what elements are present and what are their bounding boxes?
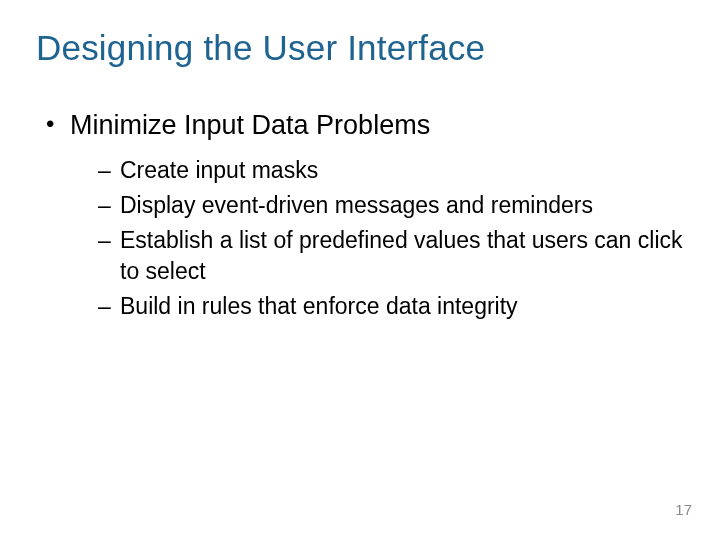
slide-title: Designing the User Interface <box>36 28 684 68</box>
bullet-text: Display event-driven messages and remind… <box>120 192 593 218</box>
slide: Designing the User Interface Minimize In… <box>0 0 720 540</box>
page-number: 17 <box>675 501 692 518</box>
bullet-text: Build in rules that enforce data integri… <box>120 293 518 319</box>
list-item: Create input masks <box>98 155 684 186</box>
list-item: Minimize Input Data Problems Create inpu… <box>46 110 684 322</box>
list-item: Establish a list of predefined values th… <box>98 225 684 287</box>
bullet-text: Establish a list of predefined values th… <box>120 227 683 284</box>
bullet-list-level1: Minimize Input Data Problems Create inpu… <box>36 110 684 322</box>
list-item: Build in rules that enforce data integri… <box>98 291 684 322</box>
bullet-text: Minimize Input Data Problems <box>70 110 430 140</box>
bullet-text: Create input masks <box>120 157 318 183</box>
bullet-list-level2: Create input masks Display event-driven … <box>70 155 684 322</box>
list-item: Display event-driven messages and remind… <box>98 190 684 221</box>
